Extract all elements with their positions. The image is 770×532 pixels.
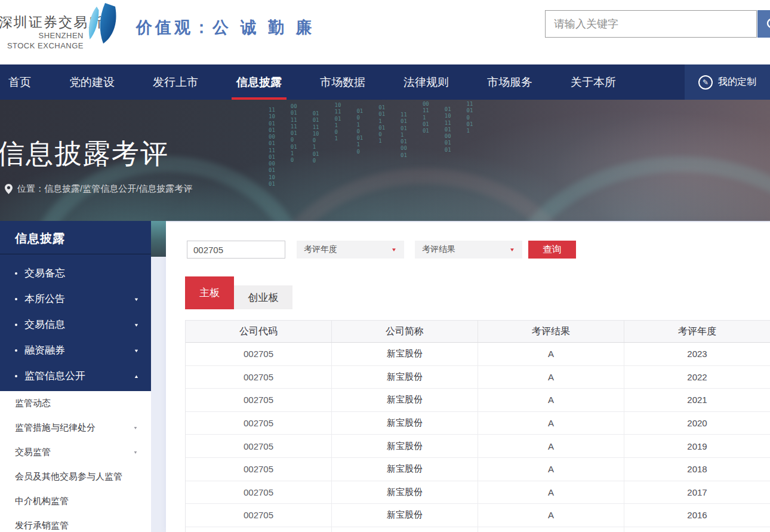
sidebar-subitem[interactable]: 监管措施与纪律处分 ▼ bbox=[0, 416, 151, 440]
board-tab[interactable]: 创业板 bbox=[234, 285, 292, 309]
binary-column: 11 10 01 01 00 01 11 01 00 01 10 01 bbox=[269, 107, 275, 187]
table-row: 002705 新宝股份 A 2016 bbox=[186, 504, 770, 527]
sidebar-item[interactable]: 监管信息公开 ▲ bbox=[0, 363, 151, 389]
nav-item-list: 首页 党的建设 发行上市 信息披露 市场数据 法律 bbox=[0, 64, 770, 100]
company-name-cell: 新宝股份 bbox=[332, 504, 478, 527]
sidebar-subitem[interactable]: 会员及其他交易参与人监管 bbox=[0, 465, 151, 489]
binary-column: 01 01 11 10 0 1 01 0 bbox=[313, 110, 319, 187]
table-header-cell: 公司代码 bbox=[186, 321, 332, 342]
table-row: 002705 新宝股份 A 2020 bbox=[186, 412, 770, 435]
sidebar-item-label: 本所公告 bbox=[24, 292, 65, 306]
caret-icon: ▼ bbox=[134, 322, 139, 327]
table-row: 002705 新宝股份 A 2017 bbox=[186, 481, 770, 505]
breadcrumb: 位置：信息披露/监管信息公开/信息披露考评 bbox=[5, 183, 192, 195]
nav-item[interactable]: 信息披露 bbox=[236, 64, 282, 100]
sidebar-subitem[interactable]: 监管动态 bbox=[0, 391, 151, 416]
table-row: 002705 新宝股份 A 2023 bbox=[186, 343, 770, 366]
sidebar-subitem-label: 监管动态 bbox=[15, 398, 51, 409]
evaluation-result-cell: A bbox=[478, 412, 624, 435]
company-name-cell: 新宝股份 bbox=[332, 435, 478, 457]
evaluation-year-cell: 2016 bbox=[624, 504, 770, 527]
nav-item[interactable]: 关于本所 bbox=[571, 64, 616, 100]
empty-cell bbox=[478, 527, 624, 532]
company-name-cell: 新宝股份 bbox=[332, 389, 478, 411]
nav-item[interactable]: 市场数据 bbox=[320, 64, 365, 100]
evaluation-result-cell: A bbox=[478, 366, 624, 389]
binary-rain-decoration: 11 10 01 01 00 01 11 01 00 01 10 0100 01… bbox=[269, 101, 473, 187]
nav-item[interactable]: 党的建设 bbox=[69, 64, 115, 100]
search-button[interactable] bbox=[757, 10, 770, 38]
company-code-input[interactable] bbox=[187, 241, 285, 259]
keyword-search-input[interactable] bbox=[545, 10, 757, 38]
caret-icon: ▼ bbox=[133, 450, 138, 455]
nav-item[interactable]: 首页 bbox=[8, 64, 31, 100]
bullet-icon bbox=[15, 298, 17, 300]
sidebar-item[interactable]: 交易信息 ▼ bbox=[0, 312, 151, 337]
sidebar-item-label: 交易信息 bbox=[24, 318, 65, 331]
sidebar-title: 信息披露 bbox=[15, 230, 65, 247]
nav-item[interactable]: 法律规则 bbox=[404, 64, 449, 100]
table-body: 002705 新宝股份 A 2023 002705 新宝股份 A 2022 00… bbox=[186, 343, 770, 527]
table-header-row: 公司代码 公司简称 考评结果 考评年度 bbox=[186, 320, 770, 343]
main-nav: 首页 党的建设 发行上市 信息披露 市场数据 法律 bbox=[0, 64, 770, 100]
logo-english-line2: STOCK EXCHANGE bbox=[0, 41, 84, 50]
binary-column: 00 01 11 11 01 0 01 1 0 bbox=[291, 103, 297, 187]
binary-column: 10 11 01 1 0 1 bbox=[335, 102, 341, 187]
evaluation-result-cell: A bbox=[478, 481, 624, 504]
evaluation-year-cell: 2018 bbox=[624, 458, 770, 481]
results-table: 公司代码 公司简称 考评结果 考评年度 002705 新宝股份 A 2023 bbox=[185, 320, 770, 532]
board-tabs: 主板 创业板 bbox=[185, 276, 292, 309]
nav-item[interactable]: 发行上市 bbox=[153, 64, 198, 100]
sidebar-item[interactable]: 交易备忘 bbox=[0, 260, 151, 286]
query-button[interactable]: 查询 bbox=[528, 241, 576, 259]
nav-item[interactable]: 市场服务 bbox=[487, 64, 532, 100]
caret-icon: ▼ bbox=[133, 426, 138, 430]
my-customization-button[interactable]: ✎ 我的定制 bbox=[685, 64, 770, 100]
evaluation-year-cell: 2023 bbox=[624, 343, 770, 365]
sidebar-divider bbox=[0, 254, 151, 254]
sidebar-subitem-label: 中介机构监管 bbox=[15, 496, 69, 507]
table-row: 002705 新宝股份 A 2019 bbox=[186, 435, 770, 458]
sidebar-subitem-label: 发行承销监管 bbox=[15, 520, 69, 531]
bullet-icon bbox=[15, 324, 17, 326]
evaluation-result-cell: A bbox=[478, 504, 624, 527]
board-tab[interactable]: 主板 bbox=[185, 276, 234, 309]
sidebar-item-label: 融资融券 bbox=[24, 343, 65, 357]
sidebar-item[interactable]: 本所公告 ▼ bbox=[0, 286, 151, 312]
company-code-cell: 002705 bbox=[186, 504, 332, 527]
sidebar-item-list: 交易备忘 本所公告 ▼ 交易信息 ▼ 融资融券 bbox=[0, 260, 151, 389]
my-customization-label: 我的定制 bbox=[718, 76, 756, 88]
nav-item-label: 信息披露 bbox=[236, 75, 282, 90]
company-code-cell: 002705 bbox=[186, 366, 332, 389]
binary-column: 01 10 11 01 00 01 01 bbox=[445, 106, 451, 187]
table-row: 002705 新宝股份 A 2021 bbox=[186, 389, 770, 412]
caret-icon: ▼ bbox=[134, 348, 139, 353]
board-tab-label: 主板 bbox=[199, 286, 220, 300]
company-code-cell: 002705 bbox=[186, 458, 332, 481]
caret-down-icon: ▼ bbox=[509, 247, 515, 252]
site-header: 深圳证券交易所 SHENZHEN STOCK EXCHANGE 价值观：公 诚 … bbox=[0, 0, 770, 64]
company-code-cell: 002705 bbox=[186, 343, 332, 365]
sidebar: 信息披露 交易备忘 本所公告 ▼ 交易信息 ▼ bbox=[0, 221, 151, 391]
sidebar-item[interactable]: 融资融券 ▼ bbox=[0, 337, 151, 363]
binary-column: 11 01 01 1 01 00 01 bbox=[401, 112, 407, 187]
table-header-cell: 考评结果 bbox=[478, 321, 624, 342]
caret-down-icon: ▼ bbox=[391, 247, 397, 252]
caret-icon: ▼ bbox=[134, 296, 139, 302]
binary-column: 01 01 1 01 0 1 bbox=[378, 104, 385, 187]
table-row: 002705 新宝股份 A 2018 bbox=[186, 458, 770, 481]
sidebar-subitem-label: 会员及其他交易参与人监管 bbox=[15, 471, 122, 482]
evaluation-year-cell: 2020 bbox=[624, 412, 770, 435]
sidebar-subitem-label: 监管措施与纪律处分 bbox=[15, 422, 96, 433]
evaluation-result-cell: A bbox=[478, 458, 624, 481]
sidebar-subitem[interactable]: 中介机构监管 bbox=[0, 489, 151, 513]
nav-item-label: 党的建设 bbox=[69, 75, 115, 90]
evaluation-result-dropdown[interactable]: 考评结果 ▼ bbox=[415, 241, 522, 259]
sidebar-subitem[interactable]: 发行承销监管 bbox=[0, 513, 151, 532]
evaluation-result-cell: A bbox=[478, 435, 624, 457]
sidebar-subitem[interactable]: 交易监管 ▼ bbox=[0, 440, 151, 465]
page-title: 信息披露考评 bbox=[0, 136, 169, 173]
evaluation-year-dropdown[interactable]: 考评年度 ▼ bbox=[297, 241, 404, 259]
binary-column: 01 0 1 0 01 1 0 bbox=[356, 108, 363, 187]
board-tab-label: 创业板 bbox=[248, 291, 279, 305]
